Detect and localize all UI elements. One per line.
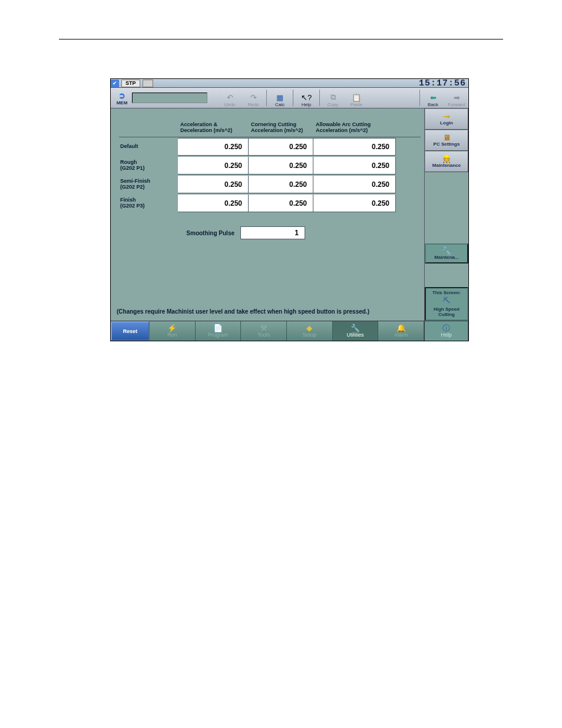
undo-button[interactable]: ↶ Undo [218,88,242,107]
param-cell-accel[interactable]: 0.250 [178,138,249,156]
window-check-icon[interactable]: ✔ [111,80,119,87]
param-cell-corner[interactable]: 0.250 [249,176,313,193]
alarm-icon: 🔔 [396,324,406,332]
side-panel: ⊸ Login 🖥 PC Settings 👷 Maintenance 🔧 Ma… [424,108,468,321]
nav-tools[interactable]: ⚒ Tools [241,321,287,341]
paste-icon: 📋 [351,93,362,102]
maintena-mini-button[interactable]: 🔧 Maintena... [425,243,468,263]
row-label: Rough(G202 P1) [119,160,178,172]
clock-display: 15:17:56 [419,78,466,88]
wrench-up-icon: 🔧 [442,247,451,255]
smoothing-label: Smoothing Pulse [170,230,234,236]
smoothing-row: Smoothing Pulse 1 [170,226,305,239]
param-cell-arc[interactable]: 0.250 [313,195,396,212]
nav-help[interactable]: ⓘ Help [424,321,468,341]
parameter-grid: Acceleration & Deceleration (m/s^2) Corn… [119,120,421,213]
row-label: Semi-Finish(G202 P2) [119,179,178,190]
forward-button[interactable]: ➡ Forward [445,88,468,107]
nav-run[interactable]: ⚡ Run [150,321,196,341]
col-header-corner: Cornering Cutting Acceleration (m/s^2) [249,120,313,137]
mem-button[interactable]: ➲ MEM [113,91,131,106]
param-cell-corner[interactable]: 0.250 [249,138,313,156]
row-label: Default [119,144,178,150]
pc-settings-icon: 🖥 [443,134,451,141]
separator [266,90,267,106]
param-cell-accel[interactable]: 0.250 [178,176,249,193]
main-area: Acceleration & Deceleration (m/s^2) Corn… [111,108,468,321]
hs-cutting-icon: ⛏ [427,297,466,305]
help-button[interactable]: ↖? Help [295,88,318,107]
param-cell-accel[interactable]: 0.250 [178,195,249,212]
toolbar: ➲ MEM ↶ Undo ↷ Redo ▦ Calc ↖? Help ⧉ Cop… [111,88,468,108]
mem-icon: ➲ [118,91,125,100]
copy-button[interactable]: ⧉ Copy [321,88,345,107]
row-label: Finish(G202 P3) [119,197,178,209]
separator [419,90,420,106]
param-cell-corner[interactable]: 0.250 [249,195,313,212]
maintenance-button[interactable]: 👷 Maintenance [425,151,468,172]
mem-input[interactable] [132,93,207,103]
help-arrow-icon: ↖? [301,93,312,102]
run-icon: ⚡ [167,324,177,332]
nav-utilities[interactable]: 🔧 Utilities [333,321,379,341]
separator [319,90,320,106]
this-screen-indicator: This Screen: ⛏ High Speed Cutting [425,287,468,321]
info-icon: ⓘ [442,324,450,332]
mem-group: ➲ MEM [111,88,207,107]
param-cell-arc[interactable]: 0.250 [313,157,396,174]
bottom-nav: Reset ⚡ Run 📄 Program ⚒ Tools ◆ Setup 🔧 … [111,321,468,341]
nav-alarm[interactable]: 🔔 Alarm [378,321,424,341]
work-panel: Acceleration & Deceleration (m/s^2) Corn… [111,108,424,321]
copy-icon: ⧉ [328,93,338,102]
tools-icon: ⚒ [260,324,267,332]
key-icon: ⊸ [444,113,450,120]
back-button[interactable]: ⬅ Back [421,88,445,107]
reset-button[interactable]: Reset [111,321,150,341]
utilities-icon: 🔧 [351,324,360,332]
mem-label-text: MEM [117,100,128,106]
nav-setup[interactable]: ◆ Setup [287,321,333,341]
col-header-accel: Acceleration & Deceleration (m/s^2) [178,120,249,137]
login-button[interactable]: ⊸ Login [425,108,468,130]
column-headers: Acceleration & Deceleration (m/s^2) Corn… [119,120,421,137]
param-row: Finish(G202 P3)0.2500.2500.250 [119,194,421,213]
empty-tab [143,80,153,87]
title-bar: ✔ STP 15:17:56 [111,79,468,88]
status-tab[interactable]: STP [121,80,140,87]
param-row: Default0.2500.2500.250 [119,137,421,156]
param-row: Semi-Finish(G202 P2)0.2500.2500.250 [119,175,421,194]
footer-note: (Changes require Machinist user level an… [117,308,418,315]
undo-icon: ↶ [224,93,235,102]
pc-settings-button[interactable]: 🖥 PC Settings [425,130,468,151]
smoothing-input[interactable]: 1 [240,226,305,239]
rows-container: Default0.2500.2500.250Rough(G202 P1)0.25… [119,137,421,213]
back-arrow-icon: ⬅ [428,93,438,102]
forward-arrow-icon: ➡ [451,93,462,102]
paste-button[interactable]: 📋 Paste [345,88,368,107]
redo-button[interactable]: ↷ Redo [242,88,265,107]
param-cell-corner[interactable]: 0.250 [249,157,313,174]
page-divider [59,39,503,39]
program-icon: 📄 [213,324,223,332]
maintenance-icon: 👷 [442,155,451,163]
col-header-arc: Allowable Arc Cutting Acceleration (m/s^… [313,120,396,137]
separator [293,90,293,106]
redo-icon: ↷ [248,93,259,102]
nav-program[interactable]: 📄 Program [196,321,242,341]
calc-icon: ▦ [275,93,285,102]
param-cell-arc[interactable]: 0.250 [313,138,396,156]
setup-icon: ◆ [306,324,312,332]
param-cell-arc[interactable]: 0.250 [313,176,396,193]
calc-button[interactable]: ▦ Calc [268,88,292,107]
app-window: ✔ STP 15:17:56 ➲ MEM ↶ Undo ↷ Redo ▦ Cal… [110,78,469,341]
param-row: Rough(G202 P1)0.2500.2500.250 [119,156,421,175]
param-cell-accel[interactable]: 0.250 [178,157,249,174]
